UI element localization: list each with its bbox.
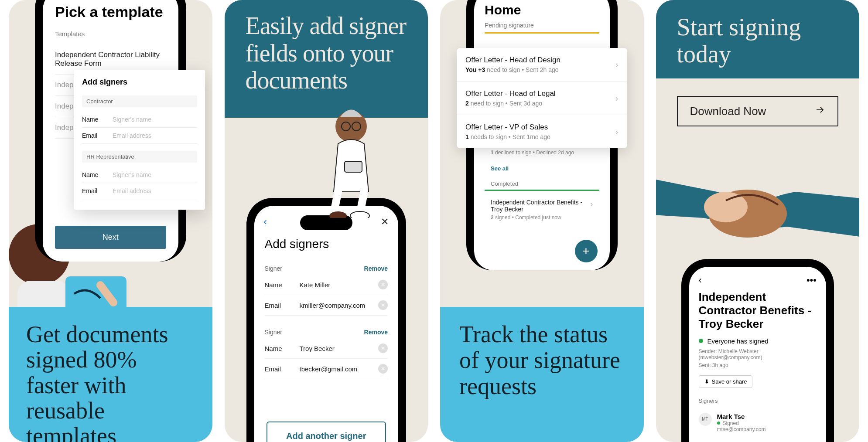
caption-text: Easily add signer fields onto your docum… <box>246 12 407 94</box>
screenshot-card-1: Pick a template Templates Independent Co… <box>9 0 212 442</box>
email-label: Email <box>82 132 113 139</box>
section-header: Pending signature <box>485 22 599 29</box>
screen-title: Home <box>485 3 599 17</box>
completed-bar <box>485 190 599 191</box>
role-label-hr: HR Representative <box>82 151 197 163</box>
caption-text: Track the status of your signature reque… <box>459 322 625 399</box>
remove-button[interactable]: Remove <box>364 265 388 272</box>
item-sub: 1 declined to sign • Declined 2d ago <box>491 150 590 156</box>
item-sub: 2 signed • Completed just now <box>491 214 590 221</box>
screenshot-card-2: Easily add signer fields onto your docum… <box>225 0 428 442</box>
illustration-person-phone <box>303 105 399 218</box>
overlay-title: Add signers <box>82 78 197 87</box>
card-caption: Get documents signed 80% faster with reu… <box>9 307 212 442</box>
download-icon: ⬇ <box>704 378 709 385</box>
name-label: Name <box>265 345 300 352</box>
pending-list-overlay: Offer Letter - Head of Design You +3 nee… <box>457 48 627 148</box>
name-input[interactable]: Signer's name <box>113 171 197 178</box>
section-header: Templates <box>55 30 166 37</box>
screen-title: Add signers <box>265 237 388 251</box>
signer-row[interactable]: TA Tony Aung Signed taung@company.com <box>699 439 817 442</box>
next-button[interactable]: Next <box>55 226 166 249</box>
screen-title: Pick a template <box>55 3 166 20</box>
signer-email: mtse@company.com <box>717 426 766 432</box>
status-row: Everyone has signed <box>699 337 817 345</box>
role-label-contractor: Contractor <box>82 95 197 107</box>
back-icon[interactable]: ‹ <box>699 275 702 286</box>
svg-point-10 <box>704 192 748 222</box>
svg-point-8 <box>350 211 369 218</box>
signer-row[interactable]: MT Mark Tse Signed mtse@company.com <box>699 408 817 439</box>
signer-status: Signed <box>717 420 766 426</box>
chevron-right-icon: › <box>590 199 593 221</box>
sender-text: Sender: Michelle Webster (mwebster@compa… <box>699 348 817 360</box>
download-button[interactable]: Download Now <box>677 96 839 126</box>
name-input[interactable]: Signer's name <box>113 116 197 123</box>
clear-icon[interactable]: ✕ <box>378 343 388 353</box>
card-caption: Start signing today <box>656 0 860 78</box>
status-dot-icon <box>717 422 720 425</box>
item-title: Offer Letter - VP of Sales <box>465 123 615 132</box>
email-input[interactable]: Email address <box>113 187 197 194</box>
fab-add-button[interactable]: + <box>575 240 598 262</box>
phone-frame: ‹ ✕ Add signers Signer Remove Name Kate … <box>246 198 407 442</box>
email-input[interactable]: kmiller@company.com <box>300 302 379 309</box>
card-caption: Easily add signer fields onto your docum… <box>225 0 428 118</box>
email-label: Email <box>265 302 300 309</box>
download-label: Download Now <box>690 105 766 118</box>
item-title: Offer Letter - Head of Design <box>465 56 615 65</box>
caption-text: Get documents signed 80% faster with reu… <box>26 322 195 442</box>
phone-frame: ‹ ••• Independent Contractor Benefits - … <box>681 259 834 442</box>
see-all-link[interactable]: See all <box>485 161 599 176</box>
clear-icon[interactable]: ✕ <box>378 364 388 374</box>
sent-text: Sent: 3h ago <box>699 362 817 368</box>
list-item[interactable]: Offer Letter - Head of Legal 2 need to s… <box>457 82 627 115</box>
chevron-right-icon: › <box>615 127 619 137</box>
card-caption: Track the status of your signature reque… <box>440 307 644 442</box>
illustration-handshake <box>656 148 860 262</box>
signer-name: Mark Tse <box>717 413 766 420</box>
phone-screen: ‹ ✕ Add signers Signer Remove Name Kate … <box>254 206 399 442</box>
item-sub: You +3 need to sign • Sent 2h ago <box>465 66 615 73</box>
status-dot-icon <box>699 339 703 343</box>
remove-button[interactable]: Remove <box>364 329 388 336</box>
name-label: Name <box>265 281 300 289</box>
add-signers-overlay: Add signers Contractor Name Signer's nam… <box>74 70 205 210</box>
phone-screen: ‹ ••• Independent Contractor Benefits - … <box>689 267 827 442</box>
chevron-right-icon: › <box>615 60 619 70</box>
add-signer-button[interactable]: Add another signer <box>267 422 386 442</box>
signer-label: Signer <box>265 329 282 336</box>
name-input[interactable]: Troy Becker <box>300 345 379 352</box>
save-share-button[interactable]: ⬇ Save or share <box>699 375 753 388</box>
status-text: Everyone has signed <box>707 337 769 345</box>
email-input[interactable]: Email address <box>113 132 197 139</box>
section-header: Completed <box>485 176 599 190</box>
arrow-right-icon <box>815 105 825 118</box>
document-title: Independent Contractor Benefits - Troy B… <box>699 290 817 331</box>
chevron-right-icon: › <box>615 93 619 103</box>
clear-icon[interactable]: ✕ <box>378 280 388 289</box>
pending-bar <box>485 32 599 34</box>
svg-rect-6 <box>345 161 362 172</box>
screenshot-card-4: Start signing today Download Now ‹ ••• I… <box>656 0 860 442</box>
signers-header: Signers <box>699 398 817 404</box>
name-label: Name <box>82 116 113 123</box>
item-sub: 2 need to sign • Sent 3d ago <box>465 100 615 107</box>
signer-label: Signer <box>265 265 282 272</box>
back-icon[interactable]: ‹ <box>264 216 267 228</box>
item-title: Independent Contractor Benefits - Troy B… <box>491 199 590 213</box>
list-item[interactable]: Offer Letter - VP of Sales 1 needs to si… <box>457 115 627 148</box>
more-icon[interactable]: ••• <box>806 275 817 286</box>
caption-text: Start signing today <box>677 14 839 68</box>
clear-icon[interactable]: ✕ <box>378 300 388 310</box>
name-input[interactable]: Kate Miller <box>300 281 379 289</box>
screenshot-card-3: Home Pending signature Total Compensatio… <box>440 0 644 442</box>
list-item[interactable]: Independent Contractor Benefits - Troy B… <box>485 194 599 226</box>
item-sub: 1 needs to sign • Sent 1mo ago <box>465 133 615 140</box>
email-input[interactable]: tbecker@gmail.com <box>300 365 379 373</box>
list-item[interactable]: Offer Letter - Head of Design You +3 nee… <box>457 48 627 82</box>
item-title: Offer Letter - Head of Legal <box>465 89 615 98</box>
email-label: Email <box>265 365 300 373</box>
email-label: Email <box>82 187 113 194</box>
save-label: Save or share <box>712 378 747 385</box>
